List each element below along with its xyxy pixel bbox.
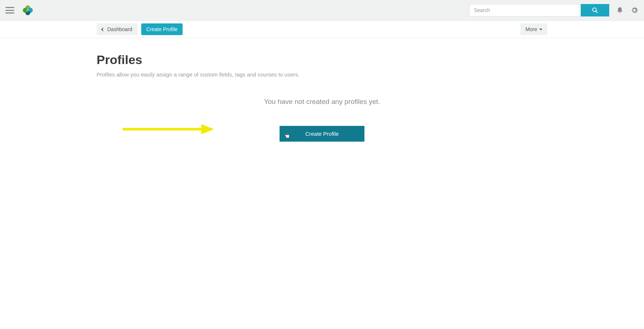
svg-point-4 bbox=[26, 9, 30, 12]
search-group bbox=[469, 4, 609, 16]
subbar: Dashboard Create Profile More bbox=[0, 21, 644, 38]
search-button[interactable] bbox=[581, 4, 609, 16]
topbar bbox=[0, 0, 644, 21]
create-profile-button-label: Create Profile bbox=[305, 131, 339, 137]
menu-icon[interactable] bbox=[5, 7, 14, 14]
main-content: Profiles Profiles allow you easily assig… bbox=[0, 38, 644, 156]
create-profile-tab[interactable]: Create Profile bbox=[141, 23, 183, 35]
svg-point-5 bbox=[593, 8, 596, 12]
settings-icon[interactable] bbox=[630, 6, 639, 14]
chevron-left-icon bbox=[101, 27, 105, 31]
back-label: Dashboard bbox=[107, 26, 132, 32]
page-title: Profiles bbox=[97, 53, 547, 67]
svg-line-6 bbox=[596, 11, 598, 13]
search-icon bbox=[592, 7, 598, 13]
back-dashboard-button[interactable]: Dashboard bbox=[97, 23, 138, 35]
create-profile-button[interactable]: Create Profile bbox=[280, 126, 364, 142]
empty-state: You have not created any profiles yet. C… bbox=[97, 98, 547, 142]
search-input[interactable] bbox=[469, 4, 581, 16]
page-subtitle: Profiles allow you easily assign a range… bbox=[97, 71, 547, 78]
empty-state-text: You have not created any profiles yet. bbox=[97, 98, 547, 106]
more-label: More bbox=[525, 26, 537, 32]
notifications-icon[interactable] bbox=[616, 6, 624, 14]
create-profile-tab-label: Create Profile bbox=[146, 26, 178, 32]
caret-down-icon bbox=[539, 29, 542, 30]
more-button[interactable]: More bbox=[520, 23, 547, 35]
app-logo[interactable] bbox=[22, 4, 34, 16]
